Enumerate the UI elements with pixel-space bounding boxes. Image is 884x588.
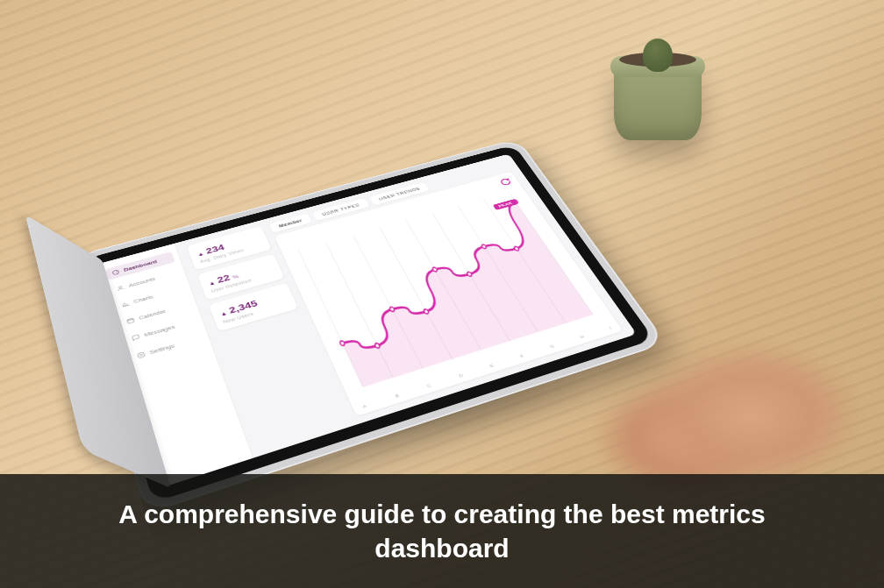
tablet-stage: Dashboard Accounts [79, 114, 640, 482]
message-icon [131, 334, 140, 342]
plant-cactus [643, 39, 673, 72]
svg-point-1 [118, 286, 122, 288]
sidebar-item-label: Messages [144, 323, 176, 337]
svg-point-0 [112, 270, 119, 275]
sidebar-item-calendar[interactable]: Calendar [119, 298, 192, 329]
svg-point-15 [389, 307, 396, 312]
scene-photo: Dashboard Accounts [0, 0, 884, 588]
chart-column: Member USER TYPES USER TRENDS [269, 160, 623, 416]
trend-up-icon: ▲ [208, 280, 217, 287]
tablet-device: Dashboard Accounts [74, 138, 667, 514]
stat-value: 2,345 [227, 298, 259, 315]
sidebar-item-settings[interactable]: Settings [130, 331, 205, 365]
stat-unit: % [232, 273, 239, 280]
svg-point-13 [339, 340, 346, 346]
chart-icon [121, 301, 131, 308]
sidebar-item-messages[interactable]: Messages [125, 315, 198, 347]
x-tick: I [609, 326, 612, 330]
x-tick: E [488, 363, 495, 368]
sidebar-item-label: Accounts [128, 276, 156, 288]
x-tick: A [362, 404, 367, 409]
x-tick: C [426, 383, 432, 388]
caption-text: A comprehensive guide to creating the be… [53, 497, 831, 565]
sidebar-item-label: Charts [133, 294, 154, 304]
gear-icon [136, 351, 146, 359]
stat-label: New Users [223, 301, 289, 324]
calendar-icon [125, 316, 135, 324]
line-chart [289, 185, 605, 397]
gauge-icon [111, 269, 121, 276]
x-tick: H [579, 335, 585, 340]
x-tick: B [395, 393, 400, 399]
svg-point-16 [423, 308, 429, 314]
sidebar-item-label: Calendar [138, 308, 167, 321]
trend-up-icon: ▲ [219, 310, 228, 318]
x-tick: F [519, 353, 524, 358]
svg-rect-2 [127, 318, 134, 323]
svg-line-5 [325, 242, 393, 378]
svg-point-14 [374, 343, 381, 349]
svg-line-4 [298, 250, 363, 387]
svg-line-6 [353, 235, 423, 369]
sidebar-item-label: Settings [149, 343, 175, 356]
sidebar-item-label: Dashboard [123, 259, 158, 273]
x-tick: G [549, 344, 555, 349]
tablet-bezel: Dashboard Accounts [83, 145, 654, 503]
user-icon [116, 284, 125, 291]
x-tick: D [458, 373, 464, 379]
svg-point-3 [140, 354, 143, 356]
trend-up-icon: ▲ [196, 251, 205, 258]
caption-bar: A comprehensive guide to creating the be… [0, 474, 884, 588]
